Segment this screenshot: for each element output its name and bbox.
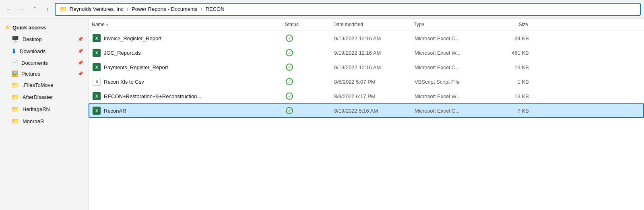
sidebar-item-afterDisaster[interactable]: 📁 AfterDisaster [2, 91, 87, 103]
status-synced-icon: ✓ [286, 49, 293, 56]
pictures-icon: 🖼️ [11, 70, 18, 77]
quick-access-label: Quick access [12, 25, 46, 31]
col-header-type[interactable]: Type [411, 20, 491, 29]
file-status-cell: ✓ [283, 106, 331, 115]
sidebar-item-downloads[interactable]: ⬇ Downloads 📌 [2, 45, 87, 57]
file-name-text: Invoice_Register_Report [104, 35, 161, 41]
sidebar-filestoMove-label: .FilesToMove [23, 82, 54, 88]
sidebar-afterDisaster-label: AfterDisaster [23, 94, 53, 100]
pin-icon-docs: 📌 [78, 60, 83, 66]
column-headers: Name ∧ Status Date modified Type Size [89, 19, 644, 31]
col-header-date[interactable]: Date modified [330, 20, 411, 29]
sidebar-pictures-label: Pictures [21, 71, 40, 77]
file-list-area: Name ∧ Status Date modified Type Size XI… [89, 19, 644, 210]
address-folder-icon: 📁 [60, 6, 67, 13]
file-type-cell: Microsoft Excel W... [411, 92, 492, 101]
file-size-cell: 7 KB [492, 107, 532, 115]
file-name-text: JOC_Report.xls [104, 50, 141, 56]
table-row[interactable]: ⚙Recon Xls to Csv✓8/6/2022 5:07 PMVBScri… [89, 74, 644, 89]
table-row[interactable]: XJOC_Report.xls✓9/19/2022 12:16 AMMicros… [89, 45, 644, 60]
file-size-cell: 13 KB [492, 92, 532, 101]
main-content: ★ Quick access 🖥️ Desktop 📌 ⬇ Downloads … [0, 19, 644, 210]
col-header-size[interactable]: Size [491, 20, 531, 29]
sidebar-item-heritageRN[interactable]: 📁 HeritageRN [2, 103, 87, 115]
file-status-cell: ✓ [283, 91, 331, 101]
col-header-name[interactable]: Name ∧ [89, 20, 282, 29]
sidebar-item-pictures[interactable]: 🖼️ Pictures 📌 [2, 68, 87, 79]
sidebar-item-filestoMove[interactable]: 📁 .FilesToMove [2, 79, 87, 91]
star-icon: ★ [5, 24, 10, 31]
file-name-cell: XPayments_Register_Report [89, 62, 283, 72]
file-date-cell: 9/19/2022 12:16 AM [331, 49, 411, 57]
file-size-cell: 19 KB [492, 63, 532, 72]
sidebar-monroeR-label: MonroeR [23, 118, 44, 124]
file-explorer-window: ← → ˅ ↑ 📁 Reynolds Ventures, Inc › Power… [0, 0, 644, 210]
sidebar-desktop-label: Desktop [23, 36, 42, 42]
pin-icon-dl: 📌 [78, 49, 83, 54]
table-row[interactable]: XPayments_Register_Report✓9/19/2022 12:1… [89, 60, 644, 74]
file-name-text: RECON+Restoration+&+Reconstruction... [104, 93, 201, 99]
address-part-1: Reynolds Ventures, Inc [70, 6, 124, 12]
table-row[interactable]: XRECON+Restoration+&+Reconstruction...✓8… [89, 89, 644, 103]
desktop-icon: 🖥️ [11, 35, 19, 43]
vbs-icon: ⚙ [93, 78, 101, 86]
file-rows-container: XInvoice_Register_Report✓9/19/2022 12:16… [89, 31, 644, 118]
file-status-cell: ✓ [283, 33, 331, 43]
file-date-cell: 9/19/2022 5:16 AM [331, 107, 411, 115]
file-name-text: Recon Xls to Csv [104, 79, 144, 85]
excel-icon: X [93, 49, 101, 57]
folder-icon-monroeR: 📁 [11, 117, 19, 125]
sidebar-item-documents[interactable]: 📄 Documents 📌 [2, 58, 87, 68]
table-row[interactable]: XInvoice_Register_Report✓9/19/2022 12:16… [89, 31, 644, 45]
file-name-cell: XReconAR [89, 105, 283, 116]
table-row[interactable]: XReconAR✓9/19/2022 5:16 AMMicrosoft Exce… [89, 103, 644, 118]
address-bar[interactable]: 📁 Reynolds Ventures, Inc › Power Reports… [55, 3, 641, 16]
file-type-cell: Microsoft Excel C... [411, 34, 492, 43]
file-name-text: Payments_Register_Report [104, 64, 168, 70]
excel-icon: X [93, 92, 101, 100]
pin-icon: 📌 [78, 37, 83, 42]
back-button[interactable]: ← [3, 4, 14, 15]
file-status-cell: ✓ [283, 62, 331, 72]
sidebar-section-quick-access[interactable]: ★ Quick access [0, 22, 88, 33]
address-part-3: RECON [206, 6, 225, 12]
excel-icon: X [93, 34, 101, 42]
forward-button[interactable]: → [16, 4, 27, 15]
address-sep-2: › [200, 6, 202, 12]
sort-arrow-name: ∧ [106, 23, 109, 27]
status-synced-icon: ✓ [286, 93, 293, 100]
file-size-cell: 461 KB [492, 49, 532, 57]
file-date-cell: 9/19/2022 12:16 AM [331, 34, 411, 43]
folder-icon-filestoMove: 📁 [11, 81, 19, 89]
file-name-cell: ⚙Recon Xls to Csv [89, 76, 283, 87]
recent-button[interactable]: ˅ [29, 4, 40, 15]
file-name-cell: XJOC_Report.xls [89, 47, 283, 58]
downloads-icon: ⬇ [11, 47, 17, 55]
file-type-cell: Microsoft Excel C... [411, 107, 492, 115]
col-header-status[interactable]: Status [282, 20, 330, 29]
excel-icon: X [93, 63, 101, 71]
address-sep-1: › [127, 6, 128, 12]
file-name-cell: XRECON+Restoration+&+Reconstruction... [89, 91, 283, 101]
file-name-cell: XInvoice_Register_Report [89, 33, 283, 43]
nav-bar: ← → ˅ ↑ 📁 Reynolds Ventures, Inc › Power… [0, 0, 644, 19]
status-synced-icon: ✓ [286, 78, 293, 85]
status-synced-icon: ✓ [286, 107, 293, 114]
file-type-cell: Microsoft Excel W... [411, 49, 492, 57]
up-button[interactable]: ↑ [42, 4, 53, 15]
sidebar: ★ Quick access 🖥️ Desktop 📌 ⬇ Downloads … [0, 19, 89, 210]
file-date-cell: 8/9/2022 6:17 PM [331, 92, 411, 101]
folder-icon-heritageRN: 📁 [11, 105, 19, 113]
sidebar-item-monroeR[interactable]: 📁 MonroeR [2, 115, 87, 127]
status-synced-icon: ✓ [286, 35, 293, 42]
status-synced-icon: ✓ [286, 64, 293, 71]
file-date-cell: 9/19/2022 12:16 AM [331, 63, 411, 72]
sidebar-documents-label: Documents [21, 60, 48, 66]
documents-icon: 📄 [11, 60, 18, 66]
folder-icon-afterDisaster: 📁 [11, 93, 19, 101]
file-name-text: ReconAR [104, 108, 126, 114]
pin-icon-pics: 📌 [78, 71, 83, 76]
sidebar-downloads-label: Downloads [20, 48, 45, 54]
sidebar-item-desktop[interactable]: 🖥️ Desktop 📌 [2, 33, 87, 45]
file-type-cell: Microsoft Excel C... [411, 63, 492, 72]
